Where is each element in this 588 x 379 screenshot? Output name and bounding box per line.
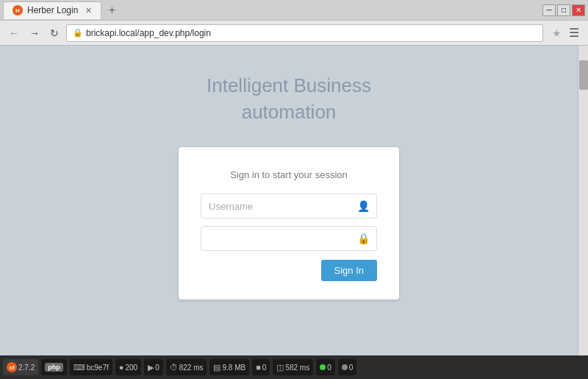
nav-bar: ← → ↻ 🔒 brickapi.local/app_dev.php/login… — [0, 21, 588, 46]
green-indicator — [320, 364, 326, 370]
sf-icon: sf — [7, 362, 17, 372]
gray-indicator — [342, 364, 348, 370]
php-icon: php — [45, 363, 63, 372]
window-controls: ─ □ ✕ — [542, 4, 585, 16]
tab-strip: H Herber Login ✕ + — [3, 1, 119, 19]
signin-button[interactable]: Sign In — [321, 260, 377, 281]
memory-text: 9.8 MB — [222, 364, 245, 372]
refresh-button[interactable]: ↻ — [47, 26, 62, 40]
db-time: 582 ms — [285, 364, 309, 372]
username-field-wrapper: 👤 — [201, 194, 377, 219]
events-icon: ■ — [256, 363, 261, 372]
route-icon: ▶ — [148, 363, 154, 372]
title-bar: H Herber Login ✕ + ─ □ ✕ — [0, 0, 588, 21]
status-code-badge[interactable]: ● 200 — [115, 359, 141, 375]
php-badge[interactable]: php — [41, 359, 67, 375]
menu-icon[interactable]: ☰ — [566, 24, 582, 41]
gray-count: 0 — [349, 364, 354, 372]
events-count: 0 — [262, 364, 267, 372]
scrollbar[interactable] — [578, 46, 588, 355]
git-badge[interactable]: ⌨ bc9e7f — [70, 359, 112, 375]
green-count: 0 — [327, 364, 331, 372]
login-subtitle: Sign in to start your session — [201, 169, 377, 180]
route-count: 0 — [155, 364, 159, 372]
sf-version-text: 2.7.2 — [18, 364, 35, 372]
memory-icon: ▤ — [213, 363, 220, 372]
password-field-wrapper: 🔒 — [201, 226, 377, 251]
tab-favicon: H — [12, 5, 23, 15]
page-content: Intelligent Business automation Sign in … — [0, 46, 578, 355]
url-text: brickapi.local/app_dev.php/login — [86, 28, 537, 38]
minimize-button[interactable]: ─ — [542, 4, 556, 16]
lock-icon: 🔒 — [73, 28, 83, 38]
browser-chrome: H Herber Login ✕ + ─ □ ✕ ← → ↻ 🔒 brickap… — [0, 0, 588, 46]
bookmark-icon[interactable]: ★ — [552, 27, 562, 39]
username-input[interactable] — [201, 194, 377, 219]
route-badge[interactable]: ▶ 0 — [144, 359, 163, 375]
git-hash: bc9e7f — [87, 364, 109, 372]
git-icon: ⌨ — [74, 363, 85, 372]
lock-icon: 🔒 — [357, 233, 370, 244]
new-tab-button[interactable]: + — [104, 3, 119, 18]
maximize-button[interactable]: □ — [557, 4, 570, 16]
events-badge[interactable]: ■ 0 — [252, 359, 270, 375]
gray-badge[interactable]: 0 — [338, 359, 357, 375]
close-button[interactable]: ✕ — [572, 4, 585, 16]
headline-line2: automation — [207, 99, 371, 125]
headline-line1: Intelligent Business — [207, 72, 371, 99]
memory-badge[interactable]: ▤ 9.8 MB — [209, 359, 249, 375]
scroll-thumb[interactable] — [579, 60, 588, 90]
browser-tab[interactable]: H Herber Login ✕ — [3, 1, 101, 19]
sf-version-badge[interactable]: sf 2.7.2 — [3, 359, 38, 375]
db-badge[interactable]: ◫ 582 ms — [273, 359, 313, 375]
time-text: 822 ms — [179, 364, 204, 372]
headline: Intelligent Business automation — [207, 72, 371, 126]
browser-body: Intelligent Business automation Sign in … — [0, 46, 588, 355]
password-input[interactable] — [201, 226, 377, 251]
status-bar: sf 2.7.2 php ⌨ bc9e7f ● 200 ▶ 0 ⏱ 822 ms… — [0, 355, 588, 379]
back-button[interactable]: ← — [6, 26, 22, 40]
time-icon: ⏱ — [170, 363, 178, 372]
status-code: 200 — [125, 364, 137, 372]
login-card: Sign in to start your session 👤 🔒 Sign I… — [179, 147, 399, 300]
address-bar[interactable]: 🔒 brickapi.local/app_dev.php/login — [66, 24, 543, 42]
forward-button[interactable]: → — [26, 26, 43, 40]
db-icon: ◫ — [276, 363, 284, 372]
tab-title: Herber Login — [27, 5, 78, 15]
user-icon: 👤 — [357, 200, 370, 212]
time-badge[interactable]: ⏱ 822 ms — [166, 359, 207, 375]
tab-close-button[interactable]: ✕ — [85, 6, 92, 15]
status-icon: ● — [119, 363, 124, 372]
green-badge[interactable]: 0 — [316, 359, 335, 375]
